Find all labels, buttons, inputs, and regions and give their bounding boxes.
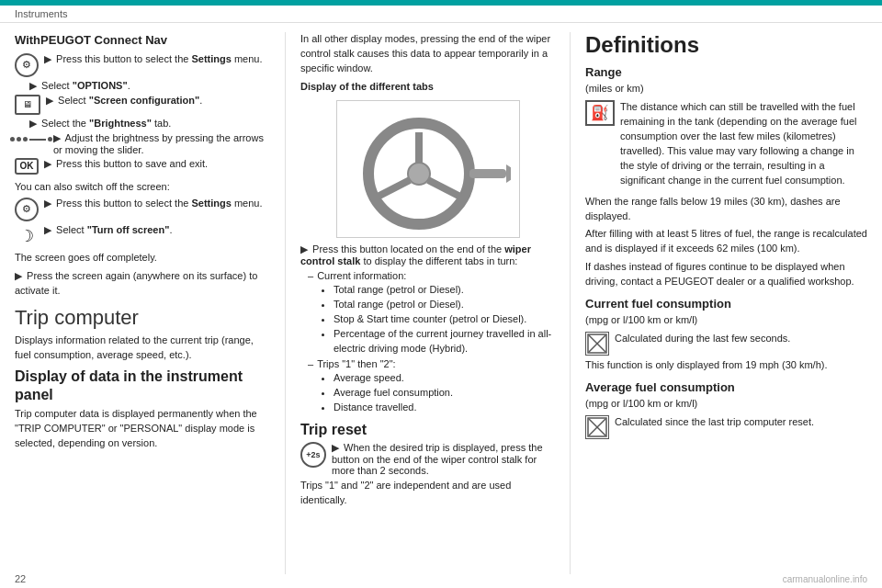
- current-fuel-note: This function is only displayed from 19 …: [585, 358, 867, 373]
- gear-circle-icon-2: ⚙: [15, 198, 39, 221]
- step-screen-config: 🖥 ▶ Select "Screen configuration".: [15, 95, 270, 115]
- 2s-icon: +2s: [300, 442, 326, 468]
- monitor-icon: 🖥: [15, 95, 40, 115]
- range-icon-row: ⛽ The distance which can still be travel…: [585, 100, 867, 192]
- definitions-title: Definitions: [585, 32, 867, 58]
- intro-text: In all other display modes, pressing the…: [300, 32, 555, 76]
- current-fuel-icon-row: Calculated during the last few seconds.: [585, 332, 867, 356]
- range-note1: When the range falls below 19 miles (30 …: [585, 195, 867, 224]
- step-settings: ⚙ ▶ Press this button to select the Sett…: [15, 53, 270, 77]
- page-header-label: Instruments: [15, 8, 67, 19]
- screen-activate: ▶ Press the screen again (anywhere on it…: [15, 269, 270, 299]
- trip-reset-note: Trips "1" and "2" are independent and ar…: [300, 479, 555, 508]
- range-title: Range: [585, 65, 867, 79]
- trip-computer-text: Displays information related to the curr…: [15, 334, 270, 363]
- step-turn-off-screen: ☽ ▶ Select "Turn off screen".: [15, 224, 270, 248]
- fuel-pump-icon: ⛽: [585, 100, 615, 126]
- svg-marker-6: [506, 164, 511, 183]
- moon-icon: ☽: [15, 224, 39, 248]
- screen-off-note: The screen goes off completely.: [15, 251, 270, 266]
- gear-circle-icon: ⚙: [15, 53, 39, 77]
- step-options: ▶ Select "OPTIONS".: [15, 80, 270, 92]
- current-fuel-title: Current fuel consumption: [585, 297, 867, 311]
- trip-reset-step: +2s ▶ When the desired trip is displayed…: [300, 442, 555, 476]
- step-settings-off: ⚙ ▶ Press this button to select the Sett…: [15, 198, 270, 221]
- with-peugeot-title: WithPEUGOT Connect Nav: [15, 32, 270, 50]
- display-data-title: Display of data in the instrument panel: [15, 368, 270, 402]
- screen-off-label: You can also switch off the screen:: [15, 180, 270, 195]
- trip-reset-title: Trip reset: [300, 421, 555, 438]
- current-fuel-unit: (mpg or l/100 km or km/l): [585, 313, 867, 328]
- svg-line-3: [378, 180, 410, 197]
- step-ok: OK ▶ Press this button to save and exit.: [15, 158, 270, 175]
- middle-column: In all other display modes, pressing the…: [285, 32, 570, 574]
- display-tabs-title: Display of the different tabs: [300, 80, 555, 95]
- page-number: 22: [15, 573, 26, 584]
- content-area: WithPEUGOT Connect Nav ⚙ ▶ Press this bu…: [0, 23, 882, 583]
- svg-rect-5: [469, 169, 506, 178]
- range-text: The distance which can still be travelle…: [620, 100, 867, 188]
- right-column: Definitions Range (miles or km) ⛽ The di…: [570, 32, 882, 574]
- slider-icon: [15, 132, 48, 147]
- wiper-instruction: ▶ Press this button located on the end o…: [300, 243, 555, 266]
- watermark: carmanualonline.info: [783, 574, 867, 584]
- avg-fuel-text: Calculated since the last trip computer …: [615, 415, 867, 430]
- svg-line-4: [428, 180, 460, 197]
- tabs-list: – Current information: Total range (petr…: [300, 270, 555, 416]
- range-note3: If dashes instead of figures continue to…: [585, 260, 867, 289]
- display-data-text: Trip computer data is displayed permanen…: [15, 407, 270, 451]
- avg-fuel-unit: (mpg or l/100 km or km/l): [585, 397, 867, 412]
- left-column: WithPEUGOT Connect Nav ⚙ ▶ Press this bu…: [0, 32, 285, 574]
- current-fuel-text: Calculated during the last few seconds.: [615, 332, 867, 346]
- steering-wheel-image: [336, 100, 520, 238]
- avg-fuel-title: Average fuel consumption: [585, 380, 867, 394]
- svg-point-1: [408, 163, 430, 185]
- avg-fuel-icon-row: Calculated since the last trip computer …: [585, 415, 867, 439]
- range-unit: (miles or km): [585, 82, 867, 96]
- step-adjust-brightness: ▶ Adjust the brightness by pressing the …: [15, 132, 270, 155]
- trip-computer-title: Trip computer: [15, 306, 270, 330]
- cross-box-icon-1: [585, 332, 609, 356]
- ok-icon: OK: [15, 158, 39, 175]
- step-brightness: ▶ Select the "Brightness" tab.: [15, 118, 270, 130]
- range-note2: After filling with at least 5 litres of …: [585, 227, 867, 256]
- cross-box-icon-2: [585, 415, 609, 439]
